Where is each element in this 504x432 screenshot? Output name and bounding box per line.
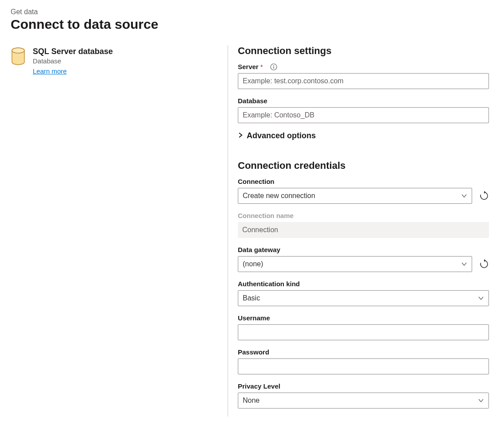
privacy-level-select[interactable]: None	[238, 393, 489, 409]
server-input[interactable]	[238, 73, 489, 89]
refresh-gateway-button[interactable]	[479, 259, 489, 269]
auth-kind-value: Basic	[243, 294, 260, 302]
connection-label: Connection	[238, 178, 489, 185]
chevron-down-icon	[478, 294, 484, 302]
server-label-text: Server	[238, 63, 259, 70]
server-label: Server *	[238, 63, 489, 70]
svg-point-1	[12, 48, 24, 53]
source-title: SQL Server database	[33, 47, 113, 56]
form-panel: Connection settings Server * Database	[228, 45, 493, 416]
connection-credentials-heading: Connection credentials	[238, 160, 489, 171]
connection-settings-heading: Connection settings	[238, 45, 489, 57]
data-gateway-value: (none)	[243, 260, 263, 268]
info-icon[interactable]	[270, 63, 277, 70]
svg-point-3	[273, 65, 274, 66]
advanced-options-toggle[interactable]: Advanced options	[238, 131, 489, 140]
source-subtitle: Database	[33, 57, 113, 65]
chevron-down-icon	[478, 397, 484, 405]
breadcrumb: Get data	[11, 8, 493, 16]
auth-kind-label: Authentication kind	[238, 280, 489, 288]
connection-select[interactable]: Create new connection	[238, 188, 472, 204]
auth-kind-select[interactable]: Basic	[238, 290, 489, 306]
connection-name-label: Connection name	[238, 212, 489, 219]
username-label: Username	[238, 314, 489, 322]
chevron-down-icon	[461, 192, 467, 200]
learn-more-link[interactable]: Learn more	[33, 67, 67, 75]
privacy-level-label: Privacy Level	[238, 382, 489, 390]
database-icon	[11, 47, 26, 75]
chevron-right-icon	[238, 131, 243, 140]
source-panel: SQL Server database Database Learn more	[11, 45, 228, 416]
refresh-connection-button[interactable]	[479, 191, 489, 201]
password-label: Password	[238, 348, 489, 356]
database-input[interactable]	[238, 107, 489, 123]
username-input[interactable]	[238, 324, 489, 340]
connection-name-value: Connection	[242, 226, 278, 234]
password-input[interactable]	[238, 358, 489, 374]
database-label: Database	[238, 97, 489, 105]
privacy-level-value: None	[243, 397, 260, 405]
source-item: SQL Server database Database Learn more	[11, 45, 219, 75]
svg-rect-4	[273, 66, 274, 68]
required-mark: *	[260, 63, 263, 70]
connection-name-input: Connection	[238, 222, 489, 238]
data-gateway-label: Data gateway	[238, 246, 489, 253]
page-title: Connect to data source	[11, 17, 493, 32]
advanced-options-label: Advanced options	[247, 131, 316, 140]
data-gateway-select[interactable]: (none)	[238, 256, 472, 272]
chevron-down-icon	[461, 260, 467, 268]
connection-select-value: Create new connection	[243, 192, 315, 200]
